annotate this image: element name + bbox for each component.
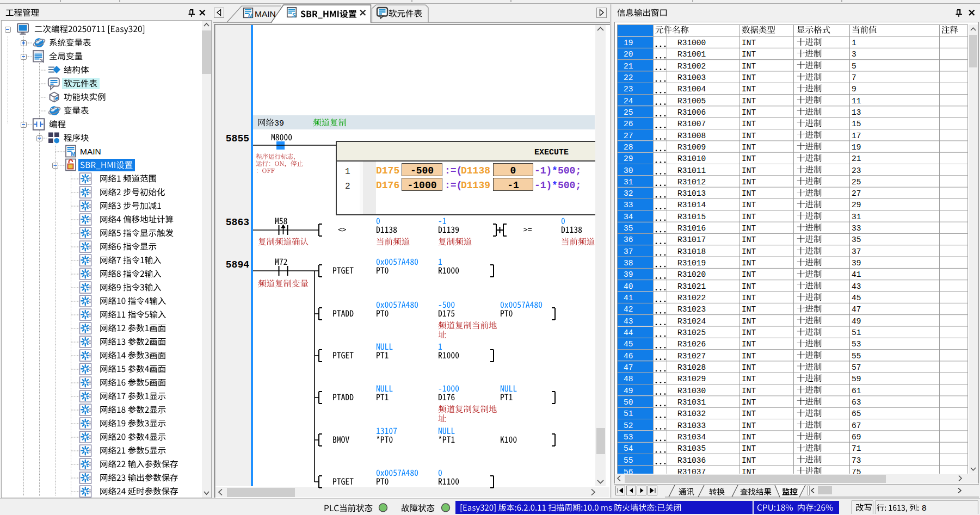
svg-text:1: 1: [852, 39, 856, 47]
svg-text:59: 59: [852, 375, 861, 383]
svg-text:5863: 5863: [226, 217, 249, 228]
svg-text:17: 17: [852, 132, 861, 140]
svg-text:R31034: R31034: [677, 433, 706, 442]
svg-text:M: M: [71, 151, 75, 157]
svg-text:INT: INT: [742, 444, 756, 453]
svg-text:INT: INT: [742, 456, 756, 465]
svg-text:54: 54: [624, 444, 633, 453]
svg-text:43: 43: [624, 317, 633, 326]
svg-text:R31015: R31015: [677, 213, 706, 221]
svg-text:R31011: R31011: [677, 166, 706, 175]
svg-text:INT: INT: [742, 50, 756, 59]
svg-text:21: 21: [624, 62, 633, 71]
svg-text:INT: INT: [742, 235, 756, 244]
svg-text:5894: 5894: [226, 259, 249, 270]
svg-text:INT: INT: [742, 120, 756, 128]
svg-text:65: 65: [852, 409, 861, 418]
svg-text:INT: INT: [742, 73, 756, 82]
svg-text:25: 25: [852, 178, 861, 187]
svg-text:D1138: D1138: [461, 165, 490, 176]
svg-text:R31007: R31007: [677, 120, 706, 128]
svg-text:R31006: R31006: [677, 108, 706, 117]
svg-text:67: 67: [852, 421, 861, 430]
svg-text:INT: INT: [742, 247, 756, 256]
svg-text:INT: INT: [742, 340, 756, 349]
svg-text:53: 53: [624, 433, 633, 442]
svg-text:INT: INT: [742, 375, 756, 383]
svg-text:INT: INT: [742, 166, 756, 175]
svg-text:36: 36: [624, 235, 633, 244]
svg-text:INT: INT: [742, 259, 756, 268]
svg-text:R31031: R31031: [677, 398, 706, 407]
svg-text:39: 39: [274, 119, 284, 128]
svg-text:34: 34: [624, 213, 633, 221]
svg-text:R31024: R31024: [677, 317, 706, 326]
svg-text:INT: INT: [742, 178, 756, 187]
svg-text:-1): -1): [534, 165, 552, 176]
svg-text:INT: INT: [742, 421, 756, 430]
svg-text:INT: INT: [742, 433, 756, 442]
svg-text:R31002: R31002: [677, 62, 706, 71]
svg-text:INT: INT: [742, 108, 756, 117]
svg-text:2: 2: [345, 182, 350, 191]
svg-text:39: 39: [852, 259, 861, 268]
svg-text:INT: INT: [742, 85, 756, 94]
svg-text:INT: INT: [742, 282, 756, 291]
svg-text:R31032: R31032: [677, 409, 706, 418]
svg-text:23: 23: [852, 166, 861, 175]
svg-text:55: 55: [624, 456, 633, 465]
svg-text:5: 5: [852, 62, 856, 71]
svg-text:R31008: R31008: [677, 132, 706, 140]
svg-text:11: 11: [852, 97, 861, 106]
svg-text:53: 53: [852, 340, 861, 349]
svg-text:R31013: R31013: [677, 189, 706, 198]
svg-text:R31017: R31017: [677, 235, 706, 244]
svg-text:M: M: [248, 13, 253, 19]
svg-text:51: 51: [852, 328, 861, 337]
svg-text:47: 47: [852, 305, 861, 314]
svg-text:5855: 5855: [226, 133, 249, 144]
svg-text:INT: INT: [742, 143, 756, 152]
svg-text:23: 23: [624, 85, 633, 94]
svg-text:44: 44: [624, 328, 633, 337]
svg-text:19: 19: [624, 39, 633, 47]
svg-text:27: 27: [624, 132, 633, 140]
svg-text:INT: INT: [742, 409, 756, 418]
svg-text:INT: INT: [742, 270, 756, 279]
svg-text:50: 50: [624, 398, 633, 407]
svg-text:21: 21: [852, 154, 861, 163]
svg-text:R31026: R31026: [677, 340, 706, 349]
svg-text:D1139: D1139: [461, 180, 490, 191]
svg-text:49: 49: [624, 387, 633, 395]
svg-text:75: 75: [852, 468, 861, 476]
svg-text:29: 29: [624, 154, 633, 163]
svg-text:R31018: R31018: [677, 247, 706, 256]
svg-text:46: 46: [624, 352, 633, 361]
svg-text:63: 63: [852, 398, 861, 407]
svg-text:R31016: R31016: [677, 224, 706, 233]
svg-text:30: 30: [624, 166, 633, 175]
svg-text:R31027: R31027: [677, 352, 706, 361]
svg-text:25: 25: [624, 108, 633, 117]
svg-text:R31029: R31029: [677, 375, 706, 383]
svg-text:-1000: -1000: [407, 180, 436, 191]
svg-text:26: 26: [624, 120, 633, 128]
svg-text:R31012: R31012: [677, 178, 706, 187]
svg-text:8: 8: [922, 503, 927, 512]
svg-text:38: 38: [624, 259, 633, 268]
svg-text:37: 37: [624, 247, 633, 256]
svg-text:40: 40: [624, 282, 633, 291]
svg-text:INT: INT: [742, 97, 756, 106]
svg-text:-1: -1: [507, 180, 519, 191]
svg-text:INT: INT: [742, 468, 756, 476]
svg-text:52: 52: [624, 421, 633, 430]
svg-text:INT: INT: [742, 39, 756, 47]
svg-text::=(: :=(: [445, 180, 462, 191]
svg-text:INT: INT: [742, 294, 756, 302]
svg-text:INT: INT: [742, 213, 756, 221]
svg-text:41: 41: [624, 294, 633, 302]
svg-text:31: 31: [852, 213, 861, 221]
svg-text:51: 51: [624, 409, 633, 418]
svg-text:13: 13: [852, 108, 861, 117]
svg-text:29: 29: [852, 201, 861, 209]
